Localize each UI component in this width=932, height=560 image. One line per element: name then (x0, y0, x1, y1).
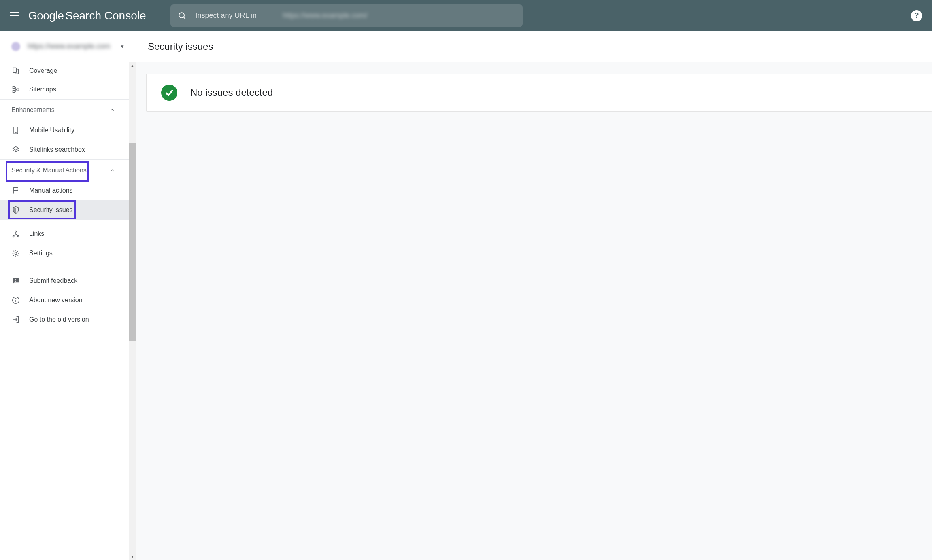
sidebar-item-label: Links (29, 230, 44, 238)
menu-icon[interactable] (10, 11, 19, 21)
svg-point-12 (15, 252, 17, 255)
layers-icon (11, 145, 20, 154)
chevron-up-icon (109, 168, 115, 173)
sidebar-item-label: Settings (29, 250, 53, 257)
sidebar-item-label: Go to the old version (29, 316, 89, 323)
success-check-icon (161, 85, 177, 101)
search-input[interactable] (196, 11, 281, 20)
sidebar-item-links[interactable]: Links (0, 224, 129, 244)
svg-point-9 (15, 231, 16, 232)
sidebar-item-sitemaps[interactable]: Sitemaps (0, 80, 129, 99)
sidebar-item-label: Submit feedback (29, 277, 77, 284)
section-title: Enhancements (11, 106, 55, 114)
file-icon (11, 66, 20, 75)
shield-icon (11, 206, 20, 214)
scroll-down-icon[interactable]: ▼ (129, 553, 136, 560)
sidebar-item-submit-feedback[interactable]: Submit feedback (0, 271, 129, 291)
exit-icon (11, 315, 20, 324)
svg-rect-14 (15, 281, 16, 282)
section-title: Security & Manual Actions (11, 167, 87, 174)
property-avatar (11, 42, 20, 51)
svg-line-1 (183, 17, 185, 19)
svg-rect-2 (13, 68, 16, 73)
status-message: No issues detected (190, 87, 273, 98)
section-security-manual-actions[interactable]: Security & Manual Actions (0, 160, 129, 181)
sidebar-item-security-issues[interactable]: Security issues (0, 200, 129, 220)
section-enhancements[interactable]: Enhancements (0, 100, 129, 121)
sidebar-item-label: Sitemaps (29, 86, 56, 93)
svg-point-0 (179, 13, 184, 18)
sidebar-item-label: Mobile Usability (29, 127, 74, 134)
app-logo: Google Search Console (28, 9, 146, 22)
sidebar-item-mobile-usability[interactable]: Mobile Usability (0, 121, 129, 140)
sidebar-scrollbar[interactable]: ▲ ▼ (129, 62, 136, 560)
sidebar-item-label: Coverage (29, 67, 57, 74)
main-content: Security issues No issues detected (136, 31, 932, 560)
page-title: Security issues (136, 31, 932, 62)
property-selector[interactable]: https://www.example.com ▼ (0, 31, 136, 62)
scroll-up-icon[interactable]: ▲ (129, 62, 136, 69)
feedback-icon (11, 276, 20, 285)
sidebar: https://www.example.com ▼ Coverage Sitem… (0, 31, 136, 560)
help-icon[interactable]: ? (911, 10, 922, 21)
app-header: Google Search Console https://www.exampl… (0, 0, 932, 31)
sidebar-item-go-to-old-version[interactable]: Go to the old version (0, 310, 129, 329)
sidebar-item-about-new-version[interactable]: About new version (0, 291, 129, 310)
chevron-down-icon: ▼ (120, 44, 125, 49)
svg-point-17 (15, 298, 16, 299)
security-status-card: No issues detected (146, 74, 932, 112)
logo-product: Search Console (65, 9, 146, 22)
url-inspect-search[interactable]: https://www.example.com/ (170, 4, 523, 27)
sidebar-item-label: About new version (29, 297, 83, 304)
tree-icon (11, 85, 20, 94)
svg-rect-4 (17, 89, 19, 91)
scroll-thumb[interactable] (129, 143, 136, 341)
chevron-up-icon (109, 107, 115, 113)
svg-rect-3 (13, 87, 15, 89)
search-icon (178, 11, 187, 20)
sidebar-item-coverage[interactable]: Coverage (0, 62, 129, 80)
flag-icon (11, 186, 20, 195)
sidebar-item-sitelinks-searchbox[interactable]: Sitelinks searchbox (0, 140, 129, 159)
svg-point-10 (13, 235, 14, 237)
svg-rect-13 (15, 279, 16, 280)
sidebar-item-manual-actions[interactable]: Manual actions (0, 181, 129, 200)
links-icon (11, 229, 20, 238)
logo-google: Google (28, 9, 64, 22)
svg-marker-8 (13, 147, 19, 150)
sidebar-scroll: Coverage Sitemaps Enhancements (0, 62, 136, 560)
search-domain-blurred: https://www.example.com/ (283, 11, 368, 20)
sidebar-item-label: Security issues (29, 206, 73, 214)
info-icon (11, 296, 20, 305)
main-body: No issues detected (136, 62, 932, 560)
svg-rect-5 (13, 91, 15, 93)
sidebar-item-settings[interactable]: Settings (0, 244, 129, 263)
gear-icon (11, 249, 20, 258)
sidebar-item-label: Manual actions (29, 187, 73, 194)
property-name-blurred: https://www.example.com (28, 42, 120, 51)
svg-point-11 (17, 235, 19, 237)
sidebar-item-label: Sitelinks searchbox (29, 146, 85, 153)
mobile-icon (11, 126, 20, 135)
